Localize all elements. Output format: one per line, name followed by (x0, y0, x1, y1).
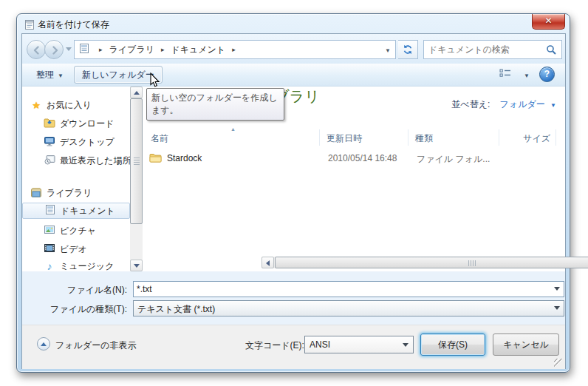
breadcrumb-libraries[interactable]: ライブラリ (108, 44, 156, 56)
file-list-horizontal-scrollbar (261, 257, 588, 268)
sidebar-item-label: お気に入り (47, 99, 92, 112)
help-button[interactable]: ? (539, 67, 555, 82)
dialog-content: ▸ ライブラリ ▸ ドキュメント ▸ ▼ (21, 33, 566, 369)
sidebar-item-label: ダウンロード (60, 118, 114, 130)
star-icon: ★ (30, 100, 43, 111)
forward-arrow-icon (49, 44, 61, 56)
sidebar-item-desktop[interactable]: デスクトップ (22, 134, 130, 150)
music-icon: ♪ (43, 260, 56, 271)
address-dropdown-icon[interactable]: ▼ (385, 47, 391, 54)
file-type: ファイル フォル... (417, 153, 490, 166)
scroll-down-button[interactable] (130, 260, 143, 271)
filetype-value: テキスト文書 (*.txt) (137, 303, 215, 316)
hide-folders-button[interactable] (37, 337, 50, 351)
filename-label: ファイル名(N): (0, 284, 127, 297)
new-folder-label: 新しいフォルダー (82, 70, 154, 80)
sidebar-item-favorites[interactable]: ★ お気に入り (22, 97, 130, 113)
encoding-select[interactable]: ANSI (304, 336, 414, 353)
save-as-dialog: 名前を付けて保存 ✕ (16, 13, 570, 373)
sidebar-item-label: ビデオ (60, 243, 87, 256)
chevron-down-icon: ▼ (58, 72, 64, 79)
forward-button[interactable] (44, 40, 64, 59)
window-title: 名前を付けて保存 (38, 18, 109, 31)
sidebar-scrollbar (130, 87, 143, 271)
sidebar-item-libraries[interactable]: ライブラリ (22, 185, 130, 201)
breadcrumb-separator-icon: ▸ (227, 46, 241, 53)
hide-folders-label[interactable]: フォルダーの非表示 (55, 339, 136, 352)
search-box (423, 40, 562, 59)
sidebar-item-pictures[interactable]: ピクチャ (22, 223, 130, 239)
chevron-down-icon (554, 306, 560, 310)
scrollbar-thumb[interactable] (130, 98, 143, 224)
filename-combobox (133, 281, 564, 297)
file-row-stardock[interactable]: Stardock 2010/05/14 16:48 ファイル フォル... (143, 150, 561, 168)
resize-grip[interactable] (554, 359, 562, 367)
chevron-down-icon (403, 343, 408, 347)
column-header-date[interactable]: 更新日時 (327, 132, 362, 145)
sidebar-item-label: ミュージック (60, 260, 114, 272)
chevron-up-icon (41, 342, 47, 346)
save-button[interactable]: 保存(S) (420, 333, 485, 356)
cancel-button[interactable]: キャンセル (493, 333, 559, 356)
details-view-icon (499, 67, 512, 79)
command-toolbar: 整理▼ 新しいフォルダー ▼ ? (22, 64, 565, 87)
main-area: ★ お気に入り ダウンロード (22, 87, 565, 271)
filename-input[interactable] (137, 283, 543, 295)
change-view-button[interactable]: ▼ (499, 67, 531, 83)
sort-ascending-icon: ▲ (230, 126, 236, 132)
chevron-down-icon[interactable] (554, 287, 560, 291)
search-icon[interactable] (546, 44, 557, 55)
sidebar-item-label: ライブラリ (47, 187, 92, 200)
column-header-row: ▲ 名前 更新日時 種類 サイズ (142, 128, 567, 147)
search-input[interactable] (428, 43, 541, 56)
mouse-cursor (149, 72, 162, 91)
breadcrumb-documents[interactable]: ドキュメント (169, 44, 227, 56)
back-button[interactable] (27, 40, 46, 59)
sidebar-item-label: 最近表示した場所 (60, 155, 130, 167)
filename-row: ファイル名(N): (22, 281, 565, 299)
libraries-icon (30, 187, 43, 200)
filetype-label: ファイルの種類(T): (0, 303, 127, 316)
titlebar[interactable]: 名前を付けて保存 ✕ (17, 14, 570, 33)
sidebar-item-recent-places[interactable]: 最近表示した場所 (22, 152, 130, 169)
column-header-size[interactable]: サイズ (506, 132, 550, 145)
download-folder-icon (43, 118, 56, 130)
sidebar-item-label: デスクトップ (60, 136, 114, 149)
scrollbar-thumb[interactable] (275, 257, 588, 268)
pictures-icon (43, 225, 56, 237)
refresh-icon (402, 44, 414, 55)
file-name: Stardock (167, 153, 202, 163)
close-button[interactable]: ✕ (532, 14, 565, 30)
sidebar-item-label: ピクチャ (60, 225, 96, 237)
organize-button[interactable]: 整理▼ (28, 66, 72, 84)
refresh-button[interactable] (398, 40, 418, 59)
filetype-row: ファイルの種類(T): テキスト文書 (*.txt) (22, 300, 565, 318)
sidebar-item-label: ドキュメント (61, 205, 115, 217)
history-dropdown-icon[interactable] (66, 47, 72, 51)
chevron-down-icon[interactable]: ▼ (550, 102, 556, 109)
new-folder-tooltip: 新しい空のフォルダーを作成します。 (146, 88, 284, 121)
sidebar-item-downloads[interactable]: ダウンロード (22, 115, 130, 132)
navigation-pane: ★ お気に入り ダウンロード (22, 87, 130, 271)
video-icon (43, 243, 56, 255)
breadcrumb-separator-icon: ▸ (94, 46, 108, 53)
sort-by-value-link[interactable]: フォルダー (500, 99, 545, 109)
address-bar[interactable]: ▸ ライブラリ ▸ ドキュメント ▸ ▼ (74, 40, 396, 59)
notepad-icon (24, 18, 35, 33)
close-icon: ✕ (544, 16, 552, 26)
sidebar-item-videos[interactable]: ビデオ (22, 241, 130, 257)
scroll-left-button[interactable] (261, 257, 274, 268)
desktop-icon (43, 136, 56, 149)
dialog-footer: フォルダーの非表示 文字コード(E): ANSI 保存(S) キャンセル (22, 325, 565, 369)
column-header-name[interactable]: 名前 (151, 132, 168, 145)
sidebar-item-documents[interactable]: ドキュメント (22, 203, 130, 219)
breadcrumb-separator-icon: ▸ (156, 46, 170, 53)
sort-control: 並べ替え: フォルダー ▼ (451, 98, 556, 111)
column-header-type[interactable]: 種類 (415, 132, 433, 145)
back-arrow-icon (31, 44, 43, 56)
encoding-label: 文字コード(E): (245, 339, 304, 352)
scroll-up-button[interactable] (130, 87, 143, 98)
filetype-select[interactable]: テキスト文書 (*.txt) (133, 300, 564, 316)
file-date-modified: 2010/05/14 16:48 (328, 153, 397, 163)
sidebar-item-music[interactable]: ♪ ミュージック (22, 258, 130, 271)
